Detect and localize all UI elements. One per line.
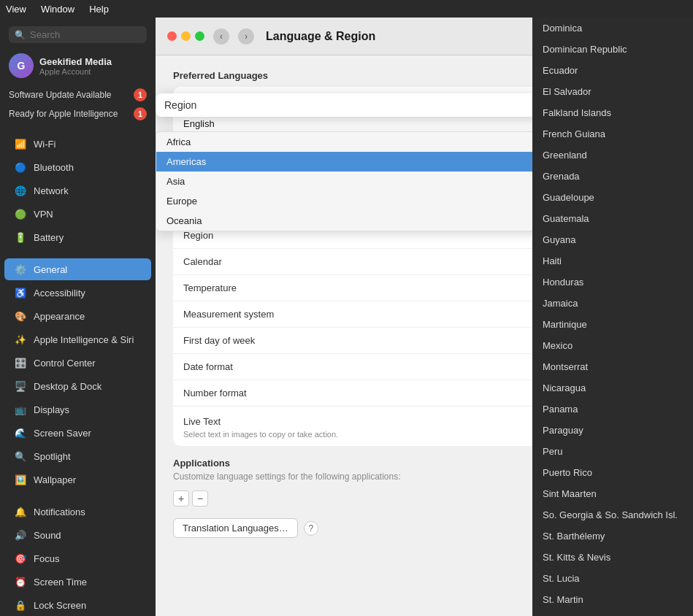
menu-window[interactable]: Window xyxy=(41,4,74,15)
country-item[interactable]: St. Lucia xyxy=(532,568,693,589)
country-item[interactable]: So. Georgia & So. Sandwich Isl. xyxy=(532,504,693,525)
sidebar-item-screen-time[interactable]: ⏰ Screen Time xyxy=(4,571,151,593)
user-name: Geekified Media xyxy=(39,56,112,67)
vpn-icon: 🟢 xyxy=(13,207,28,221)
continent-label: Americas xyxy=(166,156,588,167)
sidebar-item-wifi[interactable]: 📶 Wi-Fi xyxy=(4,133,151,155)
user-profile[interactable]: G Geekified Media Apple Account xyxy=(0,49,156,82)
country-item[interactable]: Guadeloupe xyxy=(532,187,693,208)
country-item[interactable]: St. Pierre & Miquelon xyxy=(532,610,693,616)
apple-intelligence-label: Ready for Apple Intelligence xyxy=(9,109,118,119)
country-item[interactable]: Puerto Rico xyxy=(532,462,693,483)
sidebar-item-label: Screen Saver xyxy=(34,428,91,439)
sidebar-item-label: Bluetooth xyxy=(34,162,74,173)
country-item[interactable]: Peru xyxy=(532,441,693,462)
wallpaper-icon: 🖼️ xyxy=(13,472,28,487)
sidebar-item-lock-screen[interactable]: 🔒 Lock Screen xyxy=(4,594,151,616)
country-item[interactable]: Honduras xyxy=(532,272,693,293)
country-item[interactable]: Grenada xyxy=(532,166,693,187)
sidebar-item-apple-intelligence[interactable]: ✨ Apple Intelligence & Siri xyxy=(4,328,151,350)
country-item[interactable]: Greenland xyxy=(532,145,693,166)
avatar: G xyxy=(9,53,34,78)
appearance-icon: 🎨 xyxy=(13,309,28,323)
country-item[interactable]: Jamaica xyxy=(532,293,693,314)
country-item[interactable]: El Salvador xyxy=(532,81,693,102)
country-item[interactable]: Montserrat xyxy=(532,356,693,377)
sidebar-item-label: Lock Screen xyxy=(34,600,86,611)
desktop-dock-icon: 🖥️ xyxy=(13,379,28,393)
battery-icon: 🔋 xyxy=(13,230,28,245)
menu-view[interactable]: View xyxy=(6,4,26,15)
country-panel: DominicaDominican RepublicEcuadorEl Salv… xyxy=(532,18,693,616)
sidebar-item-battery[interactable]: 🔋 Battery xyxy=(4,226,151,248)
sidebar-item-accessibility[interactable]: ♿ Accessibility xyxy=(4,282,151,304)
sidebar-item-bluetooth[interactable]: 🔵 Bluetooth xyxy=(4,156,151,178)
sidebar-item-displays[interactable]: 📺 Displays xyxy=(4,399,151,420)
continent-label: Oceania xyxy=(166,215,588,226)
country-item[interactable]: Guatemala xyxy=(532,208,693,229)
sidebar-item-focus[interactable]: 🎯 Focus xyxy=(4,547,151,569)
country-item[interactable]: St. Martin xyxy=(532,589,693,610)
country-item[interactable]: Guyana xyxy=(532,229,693,250)
sidebar-item-screen-saver[interactable]: 🌊 Screen Saver xyxy=(4,422,151,444)
country-item[interactable]: Haiti xyxy=(532,250,693,272)
country-item[interactable]: French Guiana xyxy=(532,123,693,145)
sidebar-item-label: Network xyxy=(34,185,69,196)
minimize-button[interactable] xyxy=(181,31,191,41)
search-input[interactable] xyxy=(30,29,141,40)
sidebar-item-appearance[interactable]: 🎨 Appearance xyxy=(4,305,151,327)
sidebar-item-label: Control Center xyxy=(34,358,96,369)
apple-intelligence-badge[interactable]: Ready for Apple Intelligence 1 xyxy=(0,104,156,123)
sound-icon: 🔊 xyxy=(13,528,28,542)
country-item[interactable]: Sint Maarten xyxy=(532,483,693,504)
country-item[interactable]: St. Barthélemy xyxy=(532,525,693,547)
sidebar-item-label: VPN xyxy=(34,209,53,220)
country-item[interactable]: Dominica xyxy=(532,18,693,39)
network-icon: 🌐 xyxy=(13,183,28,198)
country-item[interactable]: Mexico xyxy=(532,335,693,356)
search-bar[interactable]: 🔍 xyxy=(9,26,147,43)
software-update-count: 1 xyxy=(134,88,147,101)
country-item[interactable]: Martinique xyxy=(532,314,693,335)
sidebar-item-spotlight[interactable]: 🔍 Spotlight xyxy=(4,445,151,467)
sidebar: 🔍 G Geekified Media Apple Account Softwa… xyxy=(0,18,156,616)
forward-button[interactable]: › xyxy=(238,28,254,45)
sidebar-item-sound[interactable]: 🔊 Sound xyxy=(4,524,151,546)
sidebar-item-network[interactable]: 🌐 Network xyxy=(4,180,151,201)
country-item[interactable]: St. Kitts & Nevis xyxy=(532,547,693,568)
sidebar-item-wallpaper[interactable]: 🖼️ Wallpaper xyxy=(4,469,151,490)
sidebar-item-label: Wallpaper xyxy=(34,474,76,485)
country-item[interactable]: Dominican Republic xyxy=(532,39,693,60)
screen-time-icon: ⏰ xyxy=(13,574,28,589)
displays-icon: 📺 xyxy=(13,402,28,417)
sidebar-item-notifications[interactable]: 🔔 Notifications xyxy=(4,501,151,523)
sidebar-item-control-center[interactable]: 🎛️ Control Center xyxy=(4,352,151,374)
sidebar-item-label: Apple Intelligence & Siri xyxy=(34,334,134,345)
country-item[interactable]: Nicaragua xyxy=(532,377,693,399)
country-item[interactable]: Panama xyxy=(532,399,693,420)
software-update-badge[interactable]: Software Update Available 1 xyxy=(0,85,156,104)
sidebar-item-label: Sound xyxy=(34,530,61,541)
close-button[interactable] xyxy=(167,31,177,41)
sidebar-item-desktop-dock[interactable]: 🖥️ Desktop & Dock xyxy=(4,375,151,397)
maximize-button[interactable] xyxy=(195,31,204,41)
back-button[interactable]: ‹ xyxy=(213,28,229,45)
continent-label: Asia xyxy=(166,176,588,187)
country-item[interactable]: Ecuador xyxy=(532,60,693,81)
menu-help[interactable]: Help xyxy=(89,4,109,15)
sidebar-item-vpn[interactable]: 🟢 VPN xyxy=(4,203,151,225)
apple-intelligence-count: 1 xyxy=(134,107,147,120)
country-item[interactable]: Paraguay xyxy=(532,420,693,441)
continent-label: Africa xyxy=(166,136,588,147)
country-item[interactable]: Falkland Islands xyxy=(532,102,693,123)
user-info: Geekified Media Apple Account xyxy=(39,56,112,76)
wifi-icon: 📶 xyxy=(13,136,28,151)
menu-bar: View Window Help xyxy=(0,0,693,18)
search-icon: 🔍 xyxy=(15,30,26,40)
user-subtitle: Apple Account xyxy=(39,67,112,76)
sidebar-item-label: Appearance xyxy=(34,311,85,322)
spotlight-icon: 🔍 xyxy=(13,449,28,463)
sidebar-item-general[interactable]: ⚙️ General xyxy=(4,258,151,280)
bluetooth-icon: 🔵 xyxy=(13,160,28,174)
control-center-icon: 🎛️ xyxy=(13,355,28,370)
